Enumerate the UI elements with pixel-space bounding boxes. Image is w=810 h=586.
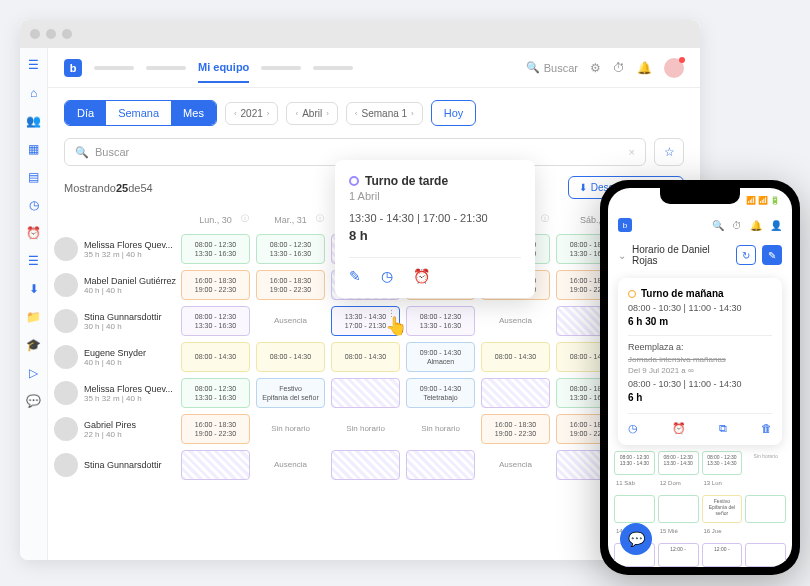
shift-block[interactable]: Sin horario xyxy=(256,414,325,444)
grid-icon[interactable]: ▤ xyxy=(27,170,41,184)
week-nav[interactable]: ‹Semana 1› xyxy=(346,102,423,125)
home-icon[interactable]: ⌂ xyxy=(27,86,41,100)
phone-shift[interactable]: 12:00 - xyxy=(702,543,743,567)
shift-block[interactable] xyxy=(331,378,400,408)
avatar-icon[interactable]: 👤 xyxy=(770,220,782,231)
tab-placeholder[interactable] xyxy=(146,66,186,70)
shift-block[interactable]: 08:00 - 14:30 xyxy=(256,342,325,372)
tab-placeholder[interactable] xyxy=(313,66,353,70)
clock-icon[interactable]: ◷ xyxy=(27,198,41,212)
list-icon[interactable]: ☰ xyxy=(27,254,41,268)
clear-icon[interactable]: × xyxy=(629,146,635,158)
clock-icon[interactable]: ◷ xyxy=(628,422,638,435)
employee-cell[interactable]: Stina Gunnarsdottir 30 h | 40 h xyxy=(48,303,178,339)
calendar-icon[interactable]: ▦ xyxy=(27,142,41,156)
phone-shift[interactable]: 08:00 - 12:3013:30 - 14:30 xyxy=(614,451,655,475)
app-logo[interactable]: b xyxy=(64,59,82,77)
alarm-icon[interactable]: ⏰ xyxy=(413,268,430,284)
year-nav[interactable]: ‹2021› xyxy=(225,102,279,125)
shift-block[interactable]: 08:00 - 14:30 xyxy=(181,342,250,372)
shift-block[interactable]: Sin horario xyxy=(331,414,400,444)
stopwatch-icon[interactable]: ⏱ xyxy=(613,61,625,75)
phone-shift[interactable] xyxy=(745,495,786,523)
download-icon[interactable]: ⬇ xyxy=(27,282,41,296)
shift-block[interactable]: 08:00 - 12:3013:30 - 16:30 xyxy=(181,234,250,264)
clock-icon[interactable]: ◷ xyxy=(381,268,393,284)
view-month[interactable]: Mes xyxy=(171,101,216,125)
user-avatar[interactable] xyxy=(664,58,684,78)
trash-icon[interactable]: 🗑 xyxy=(761,422,772,435)
info-icon[interactable]: ⓘ xyxy=(541,213,549,224)
employee-cell[interactable]: Mabel Daniel Gutiérrez 40 h | 40 h xyxy=(48,267,178,303)
shift-block[interactable]: 16:00 - 18:3019:00 - 22:30 xyxy=(256,270,325,300)
phone-shift[interactable]: 12:00 - xyxy=(658,543,699,567)
phone-app-logo[interactable]: b xyxy=(618,218,632,232)
chrome-minimize[interactable] xyxy=(46,29,56,39)
month-nav[interactable]: ‹Abril› xyxy=(286,102,337,125)
tab-my-team[interactable]: Mi equipo xyxy=(198,61,249,83)
chat-fab[interactable]: 💬 xyxy=(620,523,652,555)
view-day[interactable]: Día xyxy=(65,101,106,125)
shift-block[interactable]: 08:00 - 14:30 xyxy=(481,342,550,372)
global-search[interactable]: 🔍 Buscar xyxy=(526,61,578,74)
tab-placeholder[interactable] xyxy=(261,66,301,70)
shift-block[interactable] xyxy=(331,450,400,480)
info-icon[interactable]: ⓘ xyxy=(316,213,324,224)
phone-shift[interactable]: 08:00 - 12:3013:30 - 14:30 xyxy=(702,451,743,475)
shift-block[interactable]: 08:00 - 12:3013:30 - 16:30 xyxy=(406,306,475,336)
play-icon[interactable]: ▷ xyxy=(27,366,41,380)
today-button[interactable]: Hoy xyxy=(431,100,477,126)
employee-cell[interactable]: Stina Gunnarsdottir xyxy=(48,447,178,483)
shift-block[interactable]: 16:00 - 18:3019:00 - 22:30 xyxy=(481,414,550,444)
shift-block[interactable]: 08:00 - 12:3013:30 - 16:30 xyxy=(256,234,325,264)
employee-cell[interactable]: Eugene Snyder 40 h | 40 h xyxy=(48,339,178,375)
phone-shift[interactable]: 08:00 - 12:3013:30 - 14:30 xyxy=(658,451,699,475)
shift-block[interactable] xyxy=(481,378,550,408)
bell-icon[interactable]: 🔔 xyxy=(637,61,652,75)
folder-icon[interactable]: 📁 xyxy=(27,310,41,324)
shift-block[interactable]: 08:00 - 12:3013:30 - 16:30 xyxy=(181,378,250,408)
education-icon[interactable]: 🎓 xyxy=(27,338,41,352)
phone-shift[interactable] xyxy=(614,495,655,523)
employee-cell[interactable]: Gabriel Pires 22 h | 40 h xyxy=(48,411,178,447)
shift-block[interactable]: 09:00 - 14:30Almacen xyxy=(406,342,475,372)
edit-icon[interactable]: ✎ xyxy=(349,268,361,284)
alarm-icon[interactable]: ⏰ xyxy=(27,226,41,240)
favorite-button[interactable]: ☆ xyxy=(654,138,684,166)
shift-block[interactable]: 09:00 - 14:30Teletrabajo xyxy=(406,378,475,408)
copy-icon[interactable]: ⧉ xyxy=(719,422,727,435)
shift-block[interactable]: Ausencia xyxy=(256,450,325,480)
shift-block[interactable]: Ausencia xyxy=(481,450,550,480)
shift-block[interactable]: FestivoEpifanía del señor xyxy=(256,378,325,408)
shift-block[interactable]: 08:00 - 12:3013:30 - 16:30 xyxy=(181,306,250,336)
view-week[interactable]: Semana xyxy=(106,101,171,125)
tab-placeholder[interactable] xyxy=(94,66,134,70)
phone-shift[interactable] xyxy=(658,495,699,523)
gear-icon[interactable]: ⚙ xyxy=(590,61,601,75)
shift-block[interactable]: Ausencia xyxy=(256,306,325,336)
search-icon[interactable]: 🔍 xyxy=(712,220,724,231)
edit-button[interactable]: ✎ xyxy=(762,245,782,265)
bell-icon[interactable]: 🔔 xyxy=(750,220,762,231)
employee-cell[interactable]: Melissa Flores Quev... 35 h 32 m | 40 h xyxy=(48,231,178,267)
phone-shift[interactable] xyxy=(745,543,786,567)
shift-block[interactable] xyxy=(406,450,475,480)
shift-block[interactable]: 16:00 - 18:3019:00 - 22:30 xyxy=(181,270,250,300)
sync-button[interactable]: ↻ xyxy=(736,245,756,265)
chrome-maximize[interactable] xyxy=(62,29,72,39)
alarm-icon[interactable]: ⏰ xyxy=(672,422,686,435)
menu-icon[interactable]: ☰ xyxy=(27,58,41,72)
shift-block[interactable]: 08:00 - 14:30 xyxy=(331,342,400,372)
phone-shift[interactable]: Sin horario xyxy=(745,451,786,475)
employee-cell[interactable]: Melissa Flores Quev... 35 h 32 m | 40 h xyxy=(48,375,178,411)
shift-block[interactable]: Sin horario xyxy=(406,414,475,444)
team-icon[interactable]: 👥 xyxy=(27,114,41,128)
shift-block[interactable]: 16:00 - 18:3019:00 - 22:30 xyxy=(181,414,250,444)
info-icon[interactable]: ⓘ xyxy=(241,213,249,224)
stopwatch-icon[interactable]: ⏱ xyxy=(732,220,742,231)
shift-block[interactable]: Ausencia xyxy=(481,306,550,336)
shift-block[interactable] xyxy=(181,450,250,480)
chat-icon[interactable]: 💬 xyxy=(27,394,41,408)
phone-shift[interactable]: FestivoEpifanía del señor xyxy=(702,495,743,523)
chevron-down-icon[interactable]: ⌄ xyxy=(618,250,626,261)
